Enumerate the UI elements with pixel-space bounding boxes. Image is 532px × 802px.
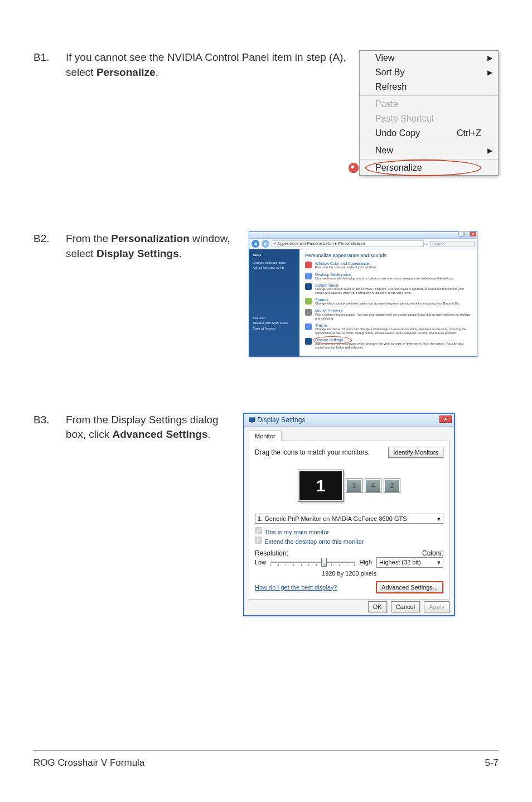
ctx-paste-shortcut: Paste Shortcut <box>360 112 498 126</box>
step-b3-text: From the Display Settings dialog box, cl… <box>66 413 233 442</box>
ctx-undo-copy[interactable]: Undo CopyCtrl+Z <box>360 126 498 141</box>
sidebar-link[interactable]: Adjust font size (DPI) <box>253 265 296 271</box>
page-title: Personalize appearance and sounds <box>305 253 471 258</box>
svg-rect-10 <box>251 422 253 423</box>
window-titlebar: _□✕ <box>249 232 477 239</box>
option-description: Adjust your monitor resolution, which ch… <box>315 342 471 349</box>
resolution-label: Resolution: <box>255 549 288 557</box>
svg-rect-8 <box>305 338 312 345</box>
minimize-icon[interactable]: _ <box>458 231 464 236</box>
close-icon[interactable]: ✕ <box>470 232 476 236</box>
search-input[interactable]: Search <box>430 241 475 247</box>
monitor-select[interactable]: 1. Generic PnP Monitor on NVIDIA GeForce… <box>255 514 443 524</box>
personalization-option[interactable]: Screen SaverChange your screen saver or … <box>305 283 471 294</box>
cancel-button[interactable]: Cancel <box>391 601 420 612</box>
ctx-refresh[interactable]: Refresh <box>360 80 498 94</box>
option-icon <box>305 298 312 305</box>
ok-button[interactable]: OK <box>368 601 387 612</box>
identify-monitors-button[interactable]: Identify Monitors <box>388 447 443 458</box>
sidebar-link[interactable]: Ease of Access <box>253 326 296 332</box>
step-number: B3. <box>33 413 56 426</box>
desktop-context-menu: View▶ Sort By▶ Refresh Paste Paste Short… <box>359 50 499 176</box>
advanced-settings-button[interactable]: Advanced Settings... <box>376 581 443 593</box>
option-title: Window Color and Appearance <box>315 262 378 265</box>
monitor-tab[interactable]: Monitor <box>249 431 282 441</box>
option-icon <box>305 338 312 345</box>
chevron-right-icon: ▶ <box>487 147 492 154</box>
chevron-right-icon: ▶ <box>487 69 492 76</box>
chevron-right-icon: ▶ <box>487 54 492 62</box>
resolution-slider[interactable] <box>270 557 355 567</box>
colors-select[interactable]: Highest (32 bit)▾ <box>376 557 443 568</box>
option-description: Change the theme. Themes can change a wi… <box>315 327 471 335</box>
slider-high-label: High <box>359 559 372 566</box>
slider-low-label: Low <box>255 559 266 566</box>
resolution-value: 1920 by 1200 pixels <box>255 570 443 577</box>
personalization-option[interactable]: Window Color and AppearanceFine tune the… <box>305 262 471 269</box>
option-icon <box>305 273 312 279</box>
option-icon <box>305 262 312 268</box>
personalization-option[interactable]: ThemeChange the theme. Themes can change… <box>305 323 471 335</box>
ctx-personalize[interactable]: Personalize <box>360 161 498 175</box>
display-settings-dialog: Display Settings ✕ Monitor Drag the icon… <box>243 413 455 616</box>
display-icon <box>249 417 255 423</box>
monitor-3[interactable]: 3 <box>346 479 362 492</box>
shortcut-text: Ctrl+Z <box>457 128 481 138</box>
close-icon[interactable]: ✕ <box>439 416 452 423</box>
step-number: B1. <box>33 50 56 64</box>
apply-button[interactable]: Apply <box>424 601 449 612</box>
personalization-option[interactable]: Desktop BackgroundChoose from available … <box>305 273 471 281</box>
svg-rect-4 <box>305 283 312 290</box>
forward-icon[interactable]: ► <box>262 240 269 248</box>
step-b2-text: From the Personalization window, select … <box>66 231 239 261</box>
colors-label: Colors: <box>422 549 443 557</box>
back-icon[interactable]: ◄ <box>252 240 259 248</box>
svg-rect-7 <box>305 323 312 330</box>
ctx-new[interactable]: New▶ <box>360 143 498 158</box>
option-description: Change which sounds are heard when you d… <box>315 302 460 306</box>
footer-title: ROG Crosshair V Formula <box>33 757 144 769</box>
svg-rect-9 <box>249 418 255 422</box>
svg-rect-5 <box>305 298 312 305</box>
monitor-arrangement[interactable]: 1 3 4 2 <box>255 463 443 508</box>
step-number: B2. <box>33 231 56 245</box>
step-b1-text: If you cannot see the NVIDIA Control Pan… <box>66 50 349 80</box>
option-description: Choose from available backgrounds or col… <box>315 277 454 281</box>
option-icon <box>305 323 312 330</box>
ctx-sortby[interactable]: Sort By▶ <box>360 65 498 80</box>
monitor-1[interactable]: 1 <box>298 470 343 501</box>
monitor-4[interactable]: 4 <box>365 479 381 492</box>
personalization-window: _□✕ ◄ ► « Appearance and Personalization… <box>249 231 477 357</box>
monitor-2[interactable]: 2 <box>384 479 400 492</box>
option-title: Mouse Pointers <box>315 309 471 313</box>
option-title: Theme <box>315 323 471 327</box>
maximize-icon[interactable]: □ <box>464 231 470 236</box>
page-number: 5-7 <box>485 757 499 769</box>
svg-point-1 <box>351 165 354 168</box>
svg-rect-2 <box>305 262 312 268</box>
svg-rect-6 <box>305 309 312 316</box>
sidebar-link[interactable]: Taskbar and Start Menu <box>253 321 296 326</box>
option-title: Desktop Background <box>315 273 454 277</box>
option-description: Pick a different mouse pointer. You can … <box>315 313 471 320</box>
ctx-view[interactable]: View▶ <box>360 51 498 65</box>
option-icon <box>305 309 312 316</box>
dialog-titlebar: Display Settings ✕ <box>244 414 454 427</box>
option-title: Sounds <box>315 298 460 302</box>
personalization-option[interactable]: Mouse PointersPick a different mouse poi… <box>305 309 471 320</box>
personalization-option[interactable]: SoundsChange which sounds are heard when… <box>305 298 471 306</box>
svg-rect-3 <box>305 273 312 279</box>
tasks-sidebar: Tasks Change desktop icons Adjust font s… <box>249 249 299 356</box>
help-link[interactable]: How do I get the best display? <box>255 584 337 591</box>
sidebar-link[interactable]: Change desktop icons <box>253 260 296 266</box>
personalization-option[interactable]: Display SettingsAdjust your monitor reso… <box>305 338 471 349</box>
extend-desktop-checkbox <box>255 537 262 544</box>
personalize-icon <box>347 162 360 174</box>
option-description: Fine tune the color and style of your wi… <box>315 265 378 269</box>
main-monitor-checkbox <box>255 527 262 534</box>
option-icon <box>305 283 312 290</box>
option-title: Display Settings <box>315 338 471 342</box>
ctx-paste: Paste <box>360 97 498 112</box>
breadcrumb[interactable]: « Appearance and Personalization ▸ Perso… <box>272 240 424 247</box>
option-description: Change your screen saver or adjust when … <box>315 287 471 294</box>
